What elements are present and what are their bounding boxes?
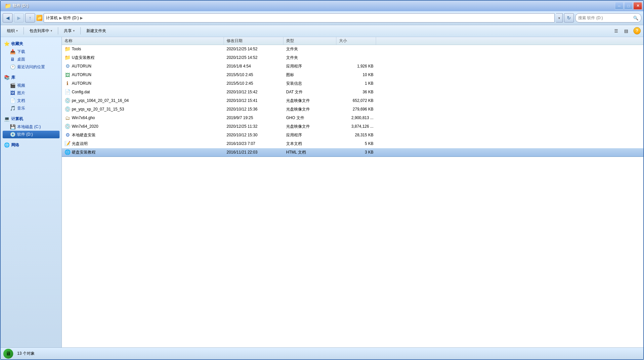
sidebar: ⭐ 收藏夹 📥 下载 🖥 桌面 🕐 最近访问的位置	[1, 37, 62, 348]
file-size-cell: 1 KB	[336, 79, 376, 88]
file-size-cell: 279,696 KB	[336, 105, 376, 113]
file-type-cell: GHO 文件	[283, 114, 336, 122]
include-library-button[interactable]: 包含到库中 ▾	[26, 26, 56, 35]
sidebar-item-recent-label: 最近访问的位置	[17, 64, 45, 70]
file-name-text: 硬盘安装教程	[72, 150, 96, 155]
table-row[interactable]: 🖼 AUTORUN 2015/5/10 2:45 图标 10 KB	[62, 71, 643, 79]
col-header-type[interactable]: 类型	[283, 37, 336, 45]
window: 📁 软件 (D:) ─ □ ✕ ◀ ▶ ↑ 📁 计算机 ▶ 软件 (D:) ▶ …	[0, 0, 644, 360]
organize-button[interactable]: 组织 ▾	[3, 26, 21, 35]
sidebar-item-download-label: 下载	[17, 49, 25, 55]
table-row[interactable]: 🗂 Win7x64.gho 2019/9/7 19:25 GHO 文件 2,90…	[62, 114, 643, 122]
sidebar-item-recent[interactable]: 🕐 最近访问的位置	[3, 63, 60, 71]
network-label: 网络	[11, 142, 19, 148]
software-d-icon: 💿	[10, 132, 15, 137]
table-row[interactable]: ⚙ AUTORUN 2016/1/8 4:54 应用程序 1,926 KB	[62, 62, 643, 71]
close-button[interactable]: ✕	[633, 2, 642, 10]
network-header[interactable]: 🌐 网络	[3, 141, 60, 149]
path-dropdown-button[interactable]: ▾	[556, 13, 563, 22]
file-type-cell: 文件夹	[283, 45, 336, 53]
sidebar-item-download[interactable]: 📥 下载	[3, 48, 60, 56]
library-header[interactable]: 📚 库	[3, 73, 60, 82]
file-size-cell	[336, 45, 376, 53]
file-name-cell: 🖼 AUTORUN	[62, 71, 224, 79]
file-list: 📁 Tools 2020/12/25 14:52 文件夹 📁 U盘安装教程 20…	[62, 45, 643, 348]
file-name-cell: 📁 U盘安装教程	[62, 54, 224, 62]
file-name-text: 本地硬盘安装	[72, 132, 96, 138]
up-button[interactable]: ↑	[25, 13, 35, 22]
titlebar-left: 📁 软件 (D:)	[2, 3, 28, 9]
desktop-icon: 🖥	[10, 57, 15, 62]
computer-header[interactable]: 💻 计算机	[3, 115, 60, 123]
sidebar-item-local-c-label: 本地磁盘 (C:)	[17, 124, 41, 130]
library-section: 📚 库 🎬 视频 🖼 图片 📄 文档 🎵 音乐	[3, 73, 60, 112]
sidebar-item-local-c[interactable]: 💾 本地磁盘 (C:)	[3, 123, 60, 131]
sidebar-item-image[interactable]: 🖼 图片	[3, 89, 60, 97]
file-size-cell: 36 KB	[336, 88, 376, 96]
maximize-button[interactable]: □	[624, 2, 633, 10]
table-row[interactable]: 🌐 硬盘安装教程 2016/11/21 22:03 HTML 文档 3 KB	[62, 148, 643, 157]
file-type-cell: 应用程序	[283, 131, 336, 139]
path-root: 计算机	[46, 15, 58, 21]
forward-button[interactable]: ▶	[14, 13, 24, 22]
view-detail-button[interactable]: ▤	[622, 26, 631, 35]
file-name-cell: ⚙ AUTORUN	[62, 62, 224, 70]
file-name-text: AUTORUN	[72, 72, 91, 77]
minimize-button[interactable]: ─	[615, 2, 623, 10]
back-button[interactable]: ◀	[3, 13, 13, 22]
address-path[interactable]: 计算机 ▶ 软件 (D:) ▶	[44, 13, 555, 22]
sidebar-item-music[interactable]: 🎵 音乐	[3, 105, 60, 112]
network-icon: 🌐	[4, 142, 9, 148]
table-row[interactable]: 💿 Win7x64_2020 2020/12/25 11:32 光盘映像文件 3…	[62, 122, 643, 131]
file-type-icon: 🖼	[64, 72, 70, 78]
file-name-text: Win7x64.gho	[72, 115, 95, 120]
file-type-icon: ℹ	[64, 80, 70, 86]
table-row[interactable]: 📁 Tools 2020/12/25 14:52 文件夹	[62, 45, 643, 54]
sidebar-item-video[interactable]: 🎬 视频	[3, 82, 60, 89]
sidebar-item-doc[interactable]: 📄 文档	[3, 97, 60, 105]
file-date-cell: 2016/1/8 4:54	[224, 62, 283, 70]
table-row[interactable]: 💿 pe_yqs_xp_20_07_31_15_53 2020/10/12 15…	[62, 105, 643, 114]
sidebar-item-desktop[interactable]: 🖥 桌面	[3, 56, 60, 63]
file-type-icon: 💿	[64, 98, 70, 104]
toolbar-sep-3	[80, 27, 81, 34]
sidebar-item-software-d[interactable]: 💿 软件 (D:)	[3, 131, 60, 138]
search-input[interactable]	[578, 16, 632, 20]
titlebar: 📁 软件 (D:) ─ □ ✕	[1, 1, 643, 11]
computer-label: 计算机	[11, 116, 23, 122]
file-name-text: U盘安装教程	[72, 55, 95, 61]
search-icon[interactable]: 🔍	[633, 16, 638, 21]
file-type-icon: 💿	[64, 106, 70, 112]
column-headers: 名称 修改日期 类型 大小	[62, 37, 643, 45]
file-date-cell: 2016/10/23 7:07	[224, 140, 283, 148]
file-type-icon: 📁	[64, 55, 70, 61]
favorites-header[interactable]: ⭐ 收藏夹	[3, 40, 60, 48]
view-controls: ☰ ▤ ?	[612, 26, 641, 35]
col-header-size[interactable]: 大小	[336, 37, 376, 45]
table-row[interactable]: ℹ AUTORUN 2015/5/10 2:45 安装信息 1 KB	[62, 79, 643, 88]
favorites-section: ⭐ 收藏夹 📥 下载 🖥 桌面 🕐 最近访问的位置	[3, 40, 60, 71]
image-icon: 🖼	[10, 90, 15, 96]
table-row[interactable]: 📄 Config.dat 2020/10/12 15:42 DAT 文件 36 …	[62, 88, 643, 97]
help-button[interactable]: ?	[633, 27, 641, 34]
share-button[interactable]: 共享 ▾	[60, 26, 78, 35]
file-type-icon: 📝	[64, 141, 70, 147]
new-folder-button[interactable]: 新建文件夹	[83, 26, 110, 35]
refresh-button[interactable]: ↻	[564, 13, 574, 22]
file-size-cell: 3 KB	[336, 148, 376, 157]
network-section: 🌐 网络	[3, 141, 60, 149]
share-label: 共享	[64, 28, 72, 34]
col-header-name[interactable]: 名称	[62, 37, 224, 45]
file-name-text: 光盘说明	[72, 141, 88, 147]
file-type-icon: 🌐	[64, 149, 70, 155]
file-type-icon: ⚙	[64, 63, 70, 69]
view-list-button[interactable]: ☰	[612, 26, 621, 35]
col-header-modified[interactable]: 修改日期	[224, 37, 283, 45]
file-size-cell: 10 KB	[336, 71, 376, 79]
table-row[interactable]: 📝 光盘说明 2016/10/23 7:07 文本文档 5 KB	[62, 140, 643, 148]
file-name-text: AUTORUN	[72, 64, 91, 68]
table-row[interactable]: 📁 U盘安装教程 2020/12/25 14:52 文件夹	[62, 54, 643, 62]
table-row[interactable]: ⚙ 本地硬盘安装 2020/10/12 15:30 应用程序 28,315 KB	[62, 131, 643, 140]
file-type-cell: 图标	[283, 71, 336, 79]
table-row[interactable]: 💿 pe_yqs_1064_20_07_31_16_04 2020/10/12 …	[62, 97, 643, 105]
